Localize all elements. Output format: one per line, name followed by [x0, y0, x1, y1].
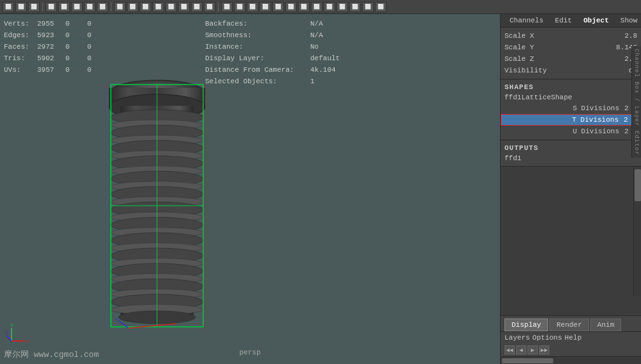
arrow-rewind[interactable]: ◀◀ [504, 345, 515, 354]
tab-show[interactable]: Show [615, 15, 641, 26]
arrow-back[interactable]: ◀ [516, 345, 526, 354]
toolbar-icon-29[interactable]: ⬜ [375, 2, 387, 12]
scale-x-label: Scale X [504, 32, 534, 40]
bottom-panel-row: Layers Options Help [501, 332, 641, 343]
toolbar-icon-21[interactable]: ⬜ [272, 2, 284, 12]
stat-label-backfaces: Backfaces: [205, 18, 308, 29]
toolbar-icon-10[interactable]: ⬜ [127, 2, 138, 12]
bottom-options-btn[interactable]: Options [533, 334, 562, 342]
scale-x-value: 2.8 [624, 32, 637, 40]
toolbar-icon-13[interactable]: ⬜ [165, 2, 177, 12]
top-toolbar: ⬜ ⬜ ⬜ ⬜ ⬜ ⬜ ⬜ ⬜ ⬜ ⬜ ⬜ ⬜ ⬜ ⬜ ⬜ ⬜ ⬜ ⬜ ⬜ ⬜ … [0, 0, 641, 14]
tab-anim[interactable]: Anim [590, 318, 621, 331]
toolbar-icon-24[interactable]: ⬜ [311, 2, 322, 12]
toolbar-icon-16[interactable]: ⬜ [204, 2, 215, 12]
toolbar-icon-19[interactable]: ⬜ [247, 2, 258, 12]
arrow-fast-forward[interactable]: ▶▶ [539, 345, 549, 354]
svg-line-38 [6, 336, 12, 341]
screw-3d-object [64, 49, 250, 344]
stat-value-verts: 2955 [37, 18, 63, 29]
toolbar-icon-28[interactable]: ⬜ [362, 2, 374, 12]
stat-value-instance: No [310, 41, 319, 53]
scale-z-label: Scale Z [504, 55, 534, 63]
right-panel: Channels Edit Object Show Scale X 2.8 Sc… [500, 14, 641, 364]
svg-text:Z: Z [5, 330, 8, 336]
s-divisions-label: S Divisions [504, 104, 624, 112]
bottom-help-btn[interactable]: Help [565, 334, 581, 342]
toolbar-icon-23[interactable]: ⬜ [298, 2, 310, 12]
stat-row-smoothness: Smoothness: N/A [205, 29, 340, 41]
toolbar-icon-20[interactable]: ⬜ [260, 2, 271, 12]
toolbar-sep-1 [42, 3, 43, 12]
t-divisions-label: T Divisions [505, 116, 624, 124]
scale-row-visibility: Visibility on [504, 65, 637, 76]
stat-value-edges: 5923 [37, 29, 63, 41]
tab-object[interactable]: Object [578, 15, 614, 26]
bottom-tabs: Display Render Anim [501, 316, 641, 332]
stat-row-edges: Edges: 5923 0 0 [4, 29, 106, 41]
scale-y-label: Scale Y [504, 44, 534, 51]
toolbar-icon-22[interactable]: ⬜ [285, 2, 297, 12]
tab-display[interactable]: Display [504, 318, 548, 331]
toolbar-icon-4[interactable]: ⬜ [46, 2, 57, 12]
scale-row-y: Scale Y 8.146 [504, 42, 637, 53]
stat-z2-verts: 0 [87, 18, 106, 29]
stat-z1-edges: 0 [65, 29, 85, 41]
viewport[interactable]: Verts: 2955 0 0 Edges: 5923 0 0 Faces: 2… [0, 14, 500, 364]
channel-header: Channels Edit Object Show [501, 14, 641, 28]
stat-label-uvs: UVs: [4, 64, 35, 76]
toolbar-icon-11[interactable]: ⬜ [140, 2, 151, 12]
toolbar-icon-5[interactable]: ⬜ [58, 2, 70, 12]
toolbar-icon-15[interactable]: ⬜ [191, 2, 203, 12]
toolbar-icon-17[interactable]: ⬜ [221, 2, 233, 12]
channel-header-tabs: Channels Edit Object Show [504, 15, 641, 26]
stat-row-backfaces: Backfaces: N/A [205, 18, 340, 29]
t-divisions-row[interactable]: T Divisions 2 [501, 114, 641, 126]
svg-text:Y: Y [10, 322, 13, 328]
bottom-section: Display Render Anim Layers Options Help … [501, 315, 641, 364]
persp-label: persp [239, 349, 260, 356]
shape-name[interactable]: ffd1LatticeShape [501, 92, 641, 103]
toolbar-icon-1[interactable]: ⬜ [3, 2, 14, 12]
u-divisions-row[interactable]: U Divisions 2 [501, 126, 641, 137]
toolbar-icon-25[interactable]: ⬜ [324, 2, 335, 12]
arrow-forward[interactable]: ▶ [528, 345, 538, 354]
scale-row-z: Scale Z 2.8 [504, 53, 637, 65]
stat-z2-edges: 0 [87, 29, 106, 41]
toolbar-icon-12[interactable]: ⬜ [153, 2, 164, 12]
stat-row-verts: Verts: 2955 0 0 [4, 18, 106, 29]
stat-label-faces: Faces: [4, 41, 35, 53]
toolbar-icon-8[interactable]: ⬜ [97, 2, 108, 12]
stat-label-tris: Tris: [4, 53, 35, 64]
toolbar-icon-18[interactable]: ⬜ [234, 2, 246, 12]
scale-row-x: Scale X 2.8 [504, 30, 637, 42]
scroll-thumb[interactable] [635, 169, 641, 201]
toolbar-icon-7[interactable]: ⬜ [84, 2, 96, 12]
horizontal-scrollbar[interactable] [501, 356, 641, 364]
stat-z1-verts: 0 [65, 18, 85, 29]
channel-box-label: Channel Box / Layer Editor [631, 46, 641, 158]
shapes-section: SHAPES ffd1LatticeShape S Divisions 2 T … [501, 79, 641, 140]
outputs-title: OUTPUTS [501, 143, 641, 153]
stat-value-distance: 4k.104 [310, 64, 336, 76]
tab-render[interactable]: Render [549, 318, 589, 331]
tab-edit[interactable]: Edit [550, 15, 577, 26]
toolbar-icon-3[interactable]: ⬜ [28, 2, 40, 12]
arrow-icons: ◀◀ ◀ ▶ ▶▶ [504, 345, 549, 354]
s-divisions-row[interactable]: S Divisions 2 [501, 103, 641, 114]
stat-label-edges: Edges: [4, 29, 35, 41]
toolbar-icon-27[interactable]: ⬜ [349, 2, 361, 12]
toolbar-icon-26[interactable]: ⬜ [337, 2, 348, 12]
shapes-title: SHAPES [501, 82, 641, 92]
toolbar-icon-6[interactable]: ⬜ [71, 2, 83, 12]
stat-value-uvs: 3957 [37, 64, 63, 76]
bottom-layers-btn[interactable]: Layers [504, 334, 530, 342]
toolbar-icon-14[interactable]: ⬜ [178, 2, 190, 12]
tab-channels[interactable]: Channels [504, 15, 549, 26]
stat-value-smoothness: N/A [310, 29, 323, 41]
toolbar-icon-9[interactable]: ⬜ [114, 2, 126, 12]
h-scroll-thumb[interactable] [502, 358, 553, 363]
toolbar-icon-2[interactable]: ⬜ [15, 2, 27, 12]
output-name[interactable]: ffd1 [501, 153, 641, 163]
vertical-scrollbar[interactable] [633, 167, 641, 296]
